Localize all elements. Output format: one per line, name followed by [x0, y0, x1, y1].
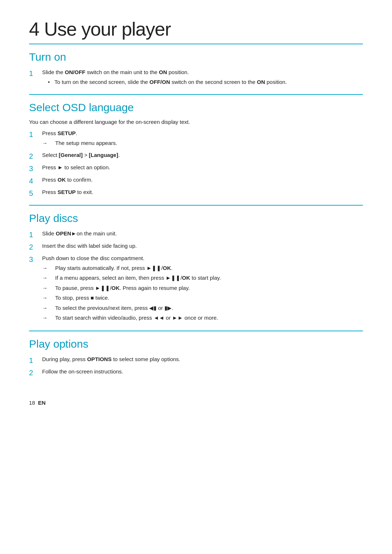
- steps-play-discs: 1 Slide OPEN►on the main unit. 2 Insert …: [29, 230, 363, 324]
- arrow-bullet-item: → The setup menu appears.: [42, 139, 363, 147]
- sub-bullets: • To turn on the second screen, slide th…: [42, 78, 363, 86]
- arrow-bullet-item: → To stop, press ■ twice.: [42, 294, 363, 302]
- page-footer: 18 EN: [29, 400, 363, 406]
- sub-bullets: → The setup menu appears.: [42, 139, 363, 147]
- step-number: 2: [29, 368, 42, 378]
- bullet-dot: •: [48, 78, 54, 86]
- section-divider: [29, 331, 363, 331]
- section-desc-select-osd: You can choose a different language for …: [29, 119, 363, 125]
- step-item: 1 Slide OPEN►on the main unit.: [29, 230, 363, 240]
- sub-bullet-text: To turn on the second screen, slide the …: [54, 78, 287, 86]
- step-text: Follow the on-screen instructions.: [42, 368, 363, 376]
- section-title-play-discs: Play discs: [29, 212, 363, 225]
- step-text: Slide OPEN►on the main unit.: [42, 230, 363, 238]
- arrow-sym: →: [42, 274, 55, 282]
- section-title-play-options: Play options: [29, 338, 363, 350]
- step-item: 1 Press SETUP. → The setup menu appears.: [29, 129, 363, 149]
- arrow-bullet-item: → If a menu appears, select an item, the…: [42, 274, 363, 282]
- step-number: 5: [29, 188, 42, 198]
- footer-page-number: 18: [29, 400, 35, 406]
- step-number: 1: [29, 68, 42, 78]
- steps-select-osd: 1 Press SETUP. → The setup menu appears.…: [29, 129, 363, 198]
- section-divider: [29, 94, 363, 95]
- steps-turn-on: 1 Slide the ON/OFF switch on the main un…: [29, 68, 363, 88]
- step-text: Insert the disc with label side facing u…: [42, 242, 363, 250]
- step-number: 1: [29, 355, 42, 365]
- step-text: Select [General] > [Language].: [42, 151, 363, 159]
- arrow-bullet-item: → To select the previous/next item, pres…: [42, 304, 363, 312]
- section-turn-on: Turn on 1 Slide the ON/OFF switch on the…: [29, 51, 363, 88]
- arrow-bullet-item: → To start search within video/audio, pr…: [42, 314, 363, 322]
- arrow-bullet-item: → Play starts automatically. If not, pre…: [42, 264, 363, 272]
- page-title: 4 Use your player: [29, 18, 363, 40]
- step-item: 5 Press SETUP to exit.: [29, 188, 363, 198]
- arrow-text: To stop, press ■ twice.: [55, 294, 109, 302]
- arrow-bullet-item: → To pause, press ►❚❚/OK. Press again to…: [42, 284, 363, 292]
- step-text: Press SETUP to exit.: [42, 188, 363, 197]
- step-number: 2: [29, 151, 42, 161]
- section-play-options: Play options 1 During play, press OPTION…: [29, 338, 363, 378]
- step-item: 1 Slide the ON/OFF switch on the main un…: [29, 68, 363, 88]
- step-text: During play, press OPTIONS to select som…: [42, 355, 363, 364]
- step-item: 4 Press OK to confirm.: [29, 176, 363, 186]
- step-item: 2 Follow the on-screen instructions.: [29, 368, 363, 378]
- step-item: 3 Press ► to select an option.: [29, 163, 363, 174]
- section-play-discs: Play discs 1 Slide OPEN►on the main unit…: [29, 212, 363, 324]
- footer-language: EN: [38, 400, 46, 406]
- chapter-title: Use your player: [44, 19, 171, 40]
- section-select-osd: Select OSD language You can choose a dif…: [29, 101, 363, 198]
- arrow-sym: →: [42, 314, 55, 322]
- step-number: 2: [29, 242, 42, 252]
- step-number: 1: [29, 230, 42, 240]
- arrow-text: To select the previous/next item, press …: [55, 304, 173, 312]
- step-item: 2 Select [General] > [Language].: [29, 151, 363, 161]
- arrow-sym: →: [42, 264, 55, 272]
- arrow-text: Play starts automatically. If not, press…: [55, 264, 172, 272]
- arrow-text: If a menu appears, select an item, then …: [55, 274, 221, 282]
- chapter-number: 4: [29, 19, 39, 40]
- section-title-select-osd: Select OSD language: [29, 101, 363, 114]
- step-text: Press ► to select an option.: [42, 163, 363, 172]
- arrow-sym: →: [42, 284, 55, 292]
- arrow-sym: →: [42, 294, 55, 302]
- step-text: Push down to close the disc compartment.…: [42, 254, 363, 324]
- step-text: Press OK to confirm.: [42, 176, 363, 184]
- arrow-text: The setup menu appears.: [55, 139, 117, 147]
- steps-play-options: 1 During play, press OPTIONS to select s…: [29, 355, 363, 378]
- sub-bullets: → Play starts automatically. If not, pre…: [42, 264, 363, 322]
- arrow-sym: →: [42, 304, 55, 312]
- section-divider: [29, 205, 363, 206]
- step-text: Press SETUP. → The setup menu appears.: [42, 129, 363, 149]
- arrow-text: To pause, press ►❚❚/OK. Press again to r…: [55, 284, 190, 292]
- arrow-text: To start search within video/audio, pres…: [55, 314, 218, 322]
- step-number: 4: [29, 176, 42, 186]
- sub-bullet-item: • To turn on the second screen, slide th…: [42, 78, 363, 86]
- step-number: 3: [29, 163, 42, 174]
- step-item: 2 Insert the disc with label side facing…: [29, 242, 363, 252]
- arrow-sym: →: [42, 139, 55, 147]
- step-text: Slide the ON/OFF switch on the main unit…: [42, 68, 363, 88]
- step-number: 3: [29, 254, 42, 264]
- step-number: 1: [29, 129, 42, 139]
- step-item: 1 During play, press OPTIONS to select s…: [29, 355, 363, 365]
- section-title-turn-on: Turn on: [29, 51, 363, 63]
- title-divider: [29, 44, 363, 44]
- step-item: 3 Push down to close the disc compartmen…: [29, 254, 363, 324]
